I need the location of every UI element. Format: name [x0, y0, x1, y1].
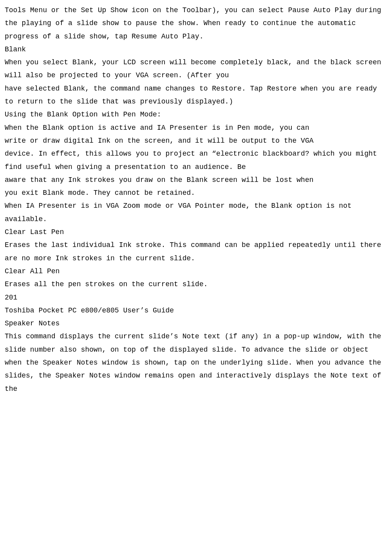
body-paragraph: you exit Blank mode. They cannot be reta…	[5, 187, 387, 200]
body-paragraph: Tools Menu or the Set Up Show icon on th…	[5, 4, 387, 43]
body-paragraph: write or draw digital Ink on the screen,…	[5, 134, 387, 147]
body-paragraph: Erases the last individual Ink stroke. T…	[5, 239, 387, 265]
body-paragraph: When you select Blank, your LCD screen w…	[5, 56, 387, 82]
section-heading-clear-last-pen: Clear Last Pen	[5, 226, 387, 239]
body-paragraph: This command displays the current slide’…	[5, 330, 387, 395]
body-paragraph: When IA Presenter is in VGA Zoom mode or…	[5, 200, 387, 226]
guide-title: Toshiba Pocket PC e800/e805 User’s Guide	[5, 304, 387, 317]
subheading-pen-mode: Using the Blank Option with Pen Mode:	[5, 108, 387, 121]
body-paragraph: device. In effect, this allows you to pr…	[5, 147, 387, 174]
body-paragraph: When the Blank option is active and IA P…	[5, 122, 387, 134]
section-heading-speaker-notes: Speaker Notes	[5, 317, 387, 330]
body-paragraph: aware that any Ink strokes you draw on t…	[5, 174, 387, 187]
body-paragraph: have selected Blank, the command name ch…	[5, 82, 387, 109]
section-heading-blank: Blank	[5, 43, 387, 56]
page-number: 201	[5, 291, 387, 304]
section-heading-clear-all-pen: Clear All Pen	[5, 265, 387, 278]
body-paragraph: Erases all the pen strokes on the curren…	[5, 278, 387, 291]
